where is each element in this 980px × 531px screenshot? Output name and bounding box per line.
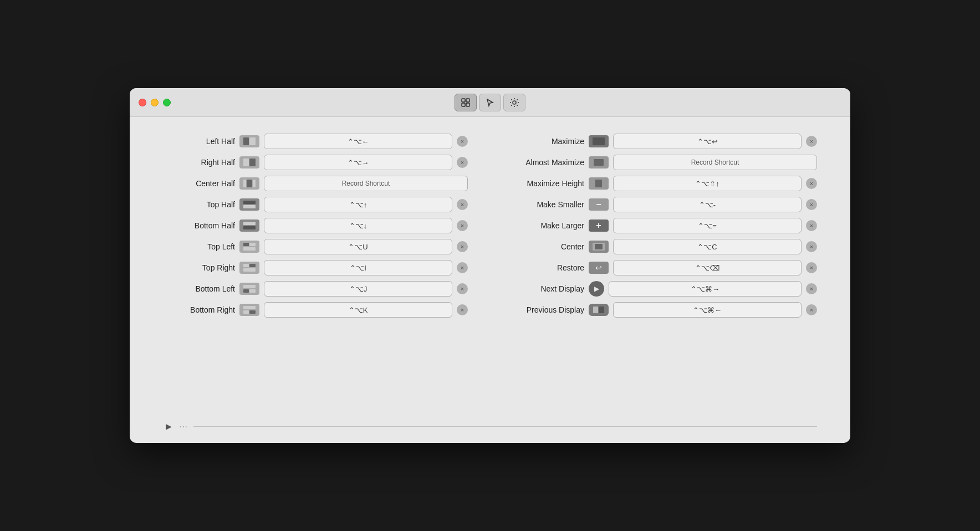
clear-button-next-display[interactable]: × — [806, 283, 817, 294]
label-bottom-left: Bottom Left — [163, 284, 235, 293]
settings-button[interactable] — [503, 94, 525, 111]
svg-rect-12 — [243, 201, 256, 204]
shortcut-field-top-left[interactable]: ⌃⌥U — [264, 239, 452, 254]
icon-maximize-height — [589, 177, 609, 190]
content-area: Left Half⌃⌥←×Right Half⌃⌥→×Center HalfRe… — [130, 117, 850, 443]
shortcut-field-almost-maximize[interactable]: Record Shortcut — [613, 155, 817, 170]
clear-button-maximize[interactable]: × — [806, 136, 817, 147]
shortcut-row-restore: Restore↩⌃⌥⌫× — [512, 260, 817, 275]
clear-button-make-larger[interactable]: × — [806, 220, 817, 231]
icon-top-left — [239, 241, 259, 253]
grid-view-button[interactable] — [455, 94, 477, 111]
icon-maximize — [589, 135, 609, 147]
icon-left-half — [239, 135, 259, 147]
more-options-button[interactable]: ··· — [180, 422, 188, 431]
shortcut-field-bottom-left[interactable]: ⌃⌥J — [264, 281, 452, 297]
shortcut-field-top-right[interactable]: ⌃⌥I — [264, 260, 452, 275]
icon-bottom-half — [239, 219, 259, 232]
shortcut-field-center-half[interactable]: Record Shortcut — [264, 176, 468, 191]
shortcut-row-bottom-left: Bottom Left⌃⌥J× — [163, 281, 468, 297]
icon-bottom-right — [239, 304, 259, 316]
clear-button-top-half[interactable]: × — [457, 199, 468, 210]
icon-next-display: ▶ — [589, 281, 604, 297]
svg-rect-11 — [253, 180, 256, 187]
clear-button-left-half[interactable]: × — [457, 136, 468, 147]
shortcut-field-top-half[interactable]: ⌃⌥↑ — [264, 197, 452, 212]
shortcut-field-center[interactable]: ⌃⌥C — [613, 239, 802, 254]
shortcut-field-left-half[interactable]: ⌃⌥← — [264, 134, 452, 149]
shortcut-row-maximize: Maximize⌃⌥↩× — [512, 134, 817, 149]
shortcut-row-bottom-right: Bottom Right⌃⌥K× — [163, 302, 468, 318]
shortcut-field-bottom-right[interactable]: ⌃⌥K — [264, 302, 452, 318]
shortcut-field-maximize-height[interactable]: ⌃⌥⇧↑ — [613, 176, 802, 191]
icon-almost-maximize — [589, 156, 609, 169]
gear-icon — [509, 98, 519, 108]
clear-button-bottom-right[interactable]: × — [457, 304, 468, 315]
svg-rect-28 — [593, 137, 605, 145]
label-right-half: Right Half — [163, 158, 235, 167]
shortcut-field-right-half[interactable]: ⌃⌥→ — [264, 155, 452, 170]
shortcut-row-make-smaller: Make Smaller−⌃⌥-× — [512, 197, 817, 212]
traffic-lights — [139, 99, 171, 106]
svg-rect-8 — [249, 159, 256, 166]
maximize-button[interactable] — [163, 99, 171, 106]
shortcut-field-bottom-half[interactable]: ⌃⌥↓ — [264, 218, 452, 233]
label-make-larger: Make Larger — [512, 221, 584, 230]
toolbar — [455, 94, 525, 111]
shortcut-row-center-half: Center HalfRecord Shortcut — [163, 176, 468, 191]
shortcut-field-maximize[interactable]: ⌃⌥↩ — [613, 134, 802, 149]
svg-rect-7 — [243, 159, 249, 166]
cursor-view-button[interactable] — [479, 94, 501, 111]
label-restore: Restore — [512, 263, 584, 272]
shortcut-field-make-smaller[interactable]: ⌃⌥- — [613, 197, 802, 212]
clear-button-previous-display[interactable]: × — [806, 304, 817, 315]
shortcut-row-make-larger: Make Larger+⌃⌥=× — [512, 218, 817, 233]
svg-rect-24 — [249, 289, 256, 293]
minimize-button[interactable] — [151, 99, 159, 106]
svg-rect-30 — [595, 180, 602, 187]
label-next-display: Next Display — [512, 284, 584, 293]
svg-rect-9 — [243, 180, 246, 187]
clear-button-top-right[interactable]: × — [457, 262, 468, 273]
svg-rect-32 — [595, 244, 603, 249]
shortcut-row-almost-maximize: Almost MaximizeRecord Shortcut — [512, 155, 817, 170]
svg-rect-0 — [462, 99, 465, 102]
shortcut-field-previous-display[interactable]: ⌃⌥⌘← — [613, 302, 802, 318]
shortcut-field-make-larger[interactable]: ⌃⌥= — [613, 218, 802, 233]
clear-button-right-half[interactable]: × — [457, 157, 468, 168]
label-maximize: Maximize — [512, 137, 584, 146]
label-left-half: Left Half — [163, 137, 235, 146]
clear-button-restore[interactable]: × — [806, 262, 817, 273]
cursor-icon — [485, 98, 495, 108]
label-top-right: Top Right — [163, 263, 235, 272]
close-button[interactable] — [139, 99, 146, 106]
icon-restore: ↩ — [589, 262, 609, 274]
separator — [193, 426, 817, 427]
bottom-bar: ▶ ··· — [163, 415, 817, 432]
svg-rect-5 — [243, 137, 249, 145]
shortcut-field-next-display[interactable]: ⌃⌥⌘→ — [609, 281, 802, 297]
svg-rect-23 — [243, 289, 249, 293]
svg-rect-33 — [593, 307, 598, 313]
icon-right-half — [239, 156, 259, 169]
clear-button-bottom-left[interactable]: × — [457, 283, 468, 294]
clear-button-make-smaller[interactable]: × — [806, 199, 817, 210]
play-button[interactable]: ▶ — [163, 421, 174, 432]
clear-button-bottom-half[interactable]: × — [457, 220, 468, 231]
grid-icon — [461, 98, 471, 108]
label-almost-maximize: Almost Maximize — [512, 158, 584, 167]
label-bottom-right: Bottom Right — [163, 305, 235, 314]
svg-rect-2 — [462, 103, 465, 106]
clear-button-center[interactable]: × — [806, 241, 817, 252]
main-window: Left Half⌃⌥←×Right Half⌃⌥→×Center HalfRe… — [130, 88, 850, 443]
svg-rect-20 — [249, 264, 256, 267]
shortcut-row-top-half: Top Half⌃⌥↑× — [163, 197, 468, 212]
clear-button-maximize-height[interactable]: × — [806, 178, 817, 189]
clear-button-top-left[interactable]: × — [457, 241, 468, 252]
shortcut-field-restore[interactable]: ⌃⌥⌫ — [613, 260, 802, 275]
shortcut-row-center: Center⌃⌥C× — [512, 239, 817, 254]
icon-top-half — [239, 198, 259, 211]
svg-point-4 — [513, 101, 516, 104]
svg-rect-22 — [243, 285, 256, 288]
svg-rect-3 — [466, 103, 469, 106]
